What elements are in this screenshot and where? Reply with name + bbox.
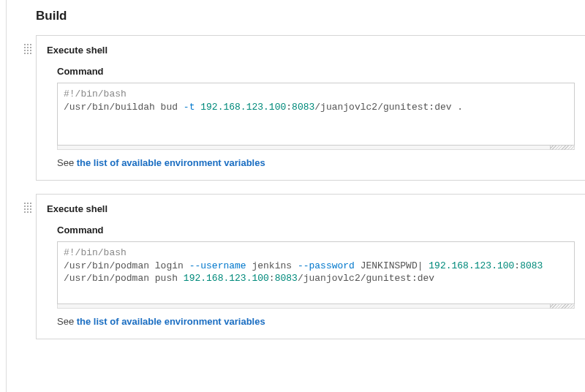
help-text: See the list of available environment va…	[57, 316, 575, 327]
help-text: See the list of available environment va…	[57, 157, 575, 168]
section-title: Build	[7, 0, 585, 31]
textarea-resizer[interactable]	[57, 146, 575, 150]
command-label: Command	[57, 66, 575, 77]
command-textarea[interactable]: #!/bin/bash /usr/bin/podman login --user…	[57, 241, 575, 304]
build-step: Execute shellCommand#!/bin/bash /usr/bin…	[36, 35, 585, 181]
textarea-resizer[interactable]	[57, 304, 575, 309]
step-title: Execute shell	[47, 45, 575, 56]
command-label: Command	[57, 225, 575, 235]
env-vars-link[interactable]: the list of available environment variab…	[77, 316, 265, 327]
build-step: Execute shellCommand#!/bin/bash /usr/bin…	[36, 194, 585, 339]
step-title: Execute shell	[47, 203, 575, 214]
build-config-page: Build Execute shellCommand#!/bin/bash /u…	[6, 0, 585, 392]
build-steps-container: Execute shellCommand#!/bin/bash /usr/bin…	[7, 35, 585, 339]
drag-handle-icon[interactable]	[23, 43, 32, 55]
command-textarea[interactable]: #!/bin/bash /usr/bin/buildah bud -t 192.…	[57, 83, 575, 146]
drag-handle-icon[interactable]	[23, 202, 32, 214]
env-vars-link[interactable]: the list of available environment variab…	[77, 157, 265, 168]
